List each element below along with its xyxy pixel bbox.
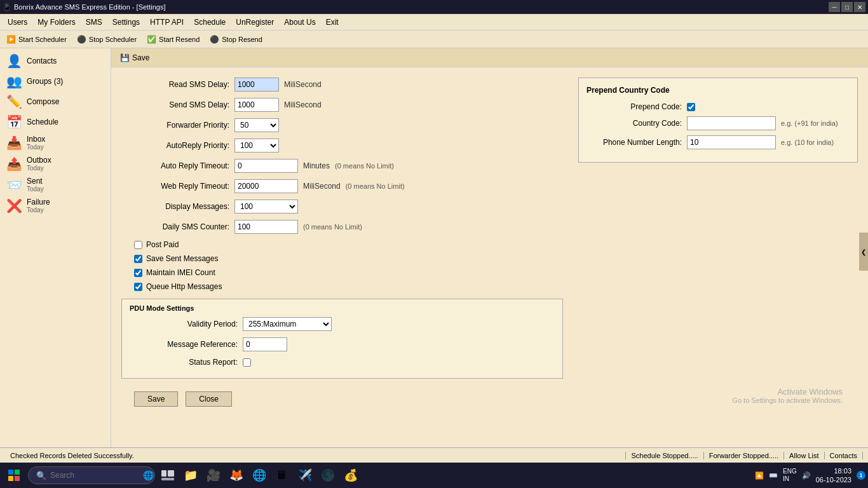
taskbar-task-view[interactable] — [158, 465, 178, 485]
menu-exit[interactable]: Exit — [321, 17, 344, 28]
start-resend-button[interactable]: ✅ Start Resend — [143, 34, 203, 45]
header-save-button[interactable]: 💾 Save — [116, 52, 153, 64]
menu-aboutus[interactable]: About Us — [279, 17, 320, 28]
daily-sms-counter-input[interactable] — [234, 220, 298, 234]
inbox-sub: Today — [27, 144, 45, 151]
status-contacts[interactable]: Contacts — [825, 452, 863, 459]
settings-body: Read SMS Delay: MiliSecond Send SMS Dela… — [111, 67, 868, 417]
message-reference-input[interactable] — [243, 337, 287, 351]
maximize-button[interactable]: □ — [841, 2, 853, 12]
keyboard-icon: ⌨️ — [769, 471, 778, 480]
maintain-imei-checkbox[interactable] — [134, 269, 142, 277]
menu-settings[interactable]: Settings — [107, 17, 145, 28]
web-reply-timeout-unit: MiliSecond — [303, 182, 341, 191]
sidebar-item-failure[interactable]: ❌ Failure Today — [0, 195, 111, 216]
svg-rect-1 — [15, 470, 20, 475]
prepend-code-checkbox[interactable] — [687, 103, 695, 111]
auto-reply-timeout-input[interactable] — [234, 159, 298, 173]
menu-myfolders[interactable]: My Folders — [32, 17, 80, 28]
autoreply-priority-select[interactable]: 100 150 200 — [234, 139, 279, 152]
phone-number-length-label: Phone Number Length: — [587, 138, 682, 147]
display-messages-label: Display Messages: — [121, 202, 229, 211]
collapse-toggle[interactable]: ❮ — [859, 233, 868, 271]
country-code-input[interactable] — [687, 116, 776, 130]
status-report-checkbox[interactable] — [243, 358, 251, 367]
phone-number-length-input[interactable] — [687, 135, 776, 149]
send-sms-delay-input[interactable] — [234, 98, 279, 112]
contacts-label: Contacts — [27, 57, 57, 65]
sidebar-item-sent[interactable]: 📨 Sent Today — [0, 174, 111, 195]
taskbar-app6[interactable]: 🌑 — [318, 465, 338, 485]
sidebar-item-groups[interactable]: 👥 Groups (3) — [0, 71, 111, 92]
menu-schedule[interactable]: Schedule — [189, 17, 231, 28]
post-paid-checkbox[interactable] — [134, 241, 142, 249]
maintain-imei-row: Maintain IMEI Count — [121, 268, 563, 277]
taskbar-app5[interactable]: ✈️ — [295, 465, 315, 485]
start-button[interactable] — [3, 464, 25, 487]
save-sent-messages-row: Save Sent Messages — [121, 254, 563, 263]
taskbar-search-icon: 🔍 — [36, 471, 46, 480]
auto-reply-timeout-note: (0 means No Limit) — [335, 162, 394, 170]
sidebar-item-schedule[interactable]: 📅 Schedule — [0, 112, 111, 132]
sidebar-item-inbox[interactable]: 📥 Inbox Today — [0, 132, 111, 153]
sent-sub: Today — [27, 186, 44, 193]
menu-unregister[interactable]: UnRegister — [231, 17, 279, 28]
taskbar-search-box[interactable]: 🔍 🌐 — [28, 466, 155, 484]
volume-icon[interactable]: 🔊 — [802, 471, 811, 480]
taskbar-app2[interactable]: 🦊 — [226, 465, 247, 485]
daily-sms-counter-row: Daily SMS Counter: (0 means No Limit) — [121, 220, 563, 234]
save-sent-messages-label: Save Sent Messages — [146, 254, 218, 263]
stop-resend-button[interactable]: ⚫ Stop Resend — [206, 34, 266, 45]
start-scheduler-button[interactable]: ▶️ Start Scheduler — [3, 34, 71, 45]
save-button[interactable]: Save — [134, 391, 178, 407]
queue-http-row: Queue Http Messages — [121, 282, 563, 291]
web-reply-timeout-label: Web Reply Timeout: — [121, 182, 229, 191]
close-button[interactable]: ✕ — [854, 2, 865, 12]
forwarder-priority-label: Forwarder Priority: — [121, 121, 229, 130]
outbox-icon: 📤 — [5, 156, 23, 172]
start-scheduler-icon: ▶️ — [6, 35, 16, 44]
close-button[interactable]: Close — [186, 391, 232, 407]
read-sms-delay-row: Read SMS Delay: MiliSecond — [121, 78, 563, 92]
svg-rect-2 — [8, 476, 13, 481]
web-reply-timeout-input[interactable] — [234, 179, 298, 193]
app-icon: 📱 — [3, 3, 11, 11]
lang-label: ENGIN — [783, 468, 797, 483]
sidebar-item-compose[interactable]: ✏️ Compose — [0, 92, 111, 112]
groups-label: Groups (3) — [27, 77, 63, 86]
minimize-button[interactable]: ─ — [829, 2, 840, 12]
stop-scheduler-label: Stop Scheduler — [89, 36, 137, 43]
taskbar-right: 🔼 ⌨️ ENGIN 🔊 18:03 06-10-2023 1 — [755, 466, 865, 485]
menu-sms[interactable]: SMS — [81, 17, 107, 28]
chevron-up-icon[interactable]: 🔼 — [755, 471, 764, 480]
taskbar-app3[interactable]: 🌐 — [249, 465, 269, 485]
taskbar-app7[interactable]: 💰 — [341, 465, 361, 485]
failure-label: Failure — [27, 198, 50, 207]
pdu-section: PDU Mode Settings Validity Period: 255:M… — [121, 299, 563, 379]
prepend-box: Prepend Country Code Prepend Code: Count… — [578, 78, 858, 163]
validity-period-label: Validity Period: — [130, 320, 238, 329]
notification-badge[interactable]: 1 — [857, 471, 865, 480]
taskbar-app1[interactable]: 🎥 — [203, 465, 224, 485]
title-bar-controls: ─ □ ✕ — [829, 2, 865, 12]
taskbar-app4[interactable]: 🖩 — [272, 465, 292, 485]
validity-period-select[interactable]: 255:Maximum 0:Minimum — [243, 317, 332, 331]
forwarder-priority-select[interactable]: 50 100 150 — [234, 118, 279, 132]
pdu-title: PDU Mode Settings — [130, 304, 555, 312]
menu-httpapi[interactable]: HTTP API — [145, 17, 189, 28]
display-messages-select[interactable]: 100 200 500 — [234, 200, 298, 214]
read-sms-delay-input[interactable] — [234, 78, 279, 92]
queue-http-checkbox[interactable] — [134, 283, 142, 291]
stop-resend-label: Stop Resend — [222, 36, 262, 43]
taskbar-file-explorer[interactable]: 📁 — [180, 465, 201, 485]
sidebar-item-contacts[interactable]: 👤 Contacts — [0, 51, 111, 71]
prepend-code-row: Prepend Code: — [587, 102, 850, 111]
taskbar-search-input[interactable] — [50, 471, 139, 480]
sidebar-item-outbox[interactable]: 📤 Outbox Today — [0, 153, 111, 174]
save-sent-messages-checkbox[interactable] — [134, 255, 142, 263]
svg-rect-5 — [168, 470, 174, 477]
stop-scheduler-button[interactable]: ⚫ Stop Scheduler — [73, 34, 140, 45]
menu-users[interactable]: Users — [3, 17, 32, 28]
header-save-label: Save — [132, 53, 149, 62]
status-allowlist[interactable]: Allow List — [784, 452, 824, 459]
